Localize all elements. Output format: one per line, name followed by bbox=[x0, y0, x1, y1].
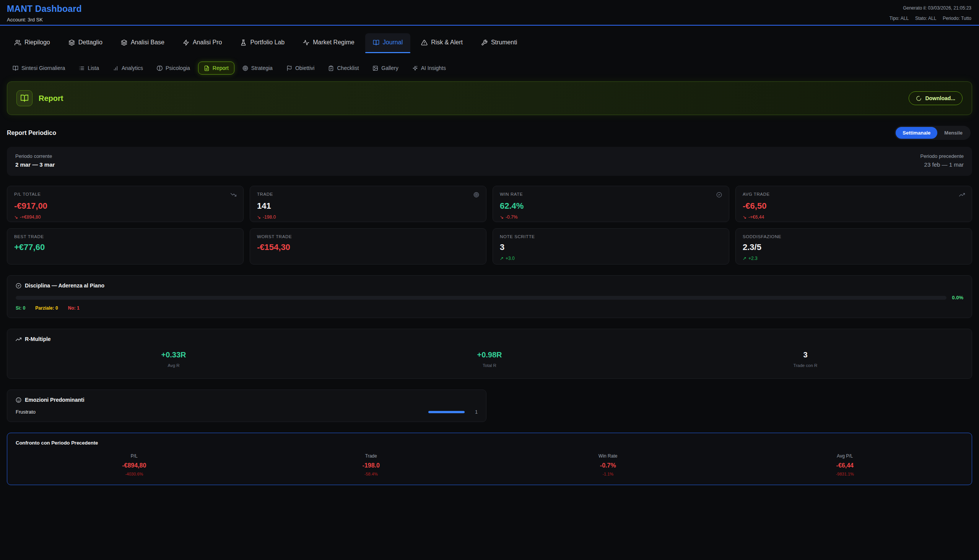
stat-card-win-rate: WIN RATE 62.4% ↘ -0.7% bbox=[492, 186, 729, 222]
r-value: 3 bbox=[647, 350, 963, 359]
stat-card-best-trade: BEST TRADE +€77,60 bbox=[7, 228, 243, 265]
app-header: MANT Dashboard Account: 3rd SK Generato … bbox=[0, 0, 979, 26]
bar-chart-icon bbox=[113, 65, 118, 71]
stat-card-soddisfazione: SODDISFAZIONE 2.3/5 ↗ +2.3 bbox=[736, 228, 972, 265]
subtab-label: Checklist bbox=[337, 65, 359, 71]
compare-value: -0.7% bbox=[489, 462, 727, 469]
stat-card-note-scritte: NOTE SCRITTE 3 ↗ +3.0 bbox=[492, 228, 729, 265]
compare-item-trade: Trade -198.0 -58.4% bbox=[253, 453, 490, 476]
subtab-psicologia[interactable]: Psicologia bbox=[151, 62, 196, 75]
subtab-checklist[interactable]: Checklist bbox=[322, 62, 364, 75]
toggle-mensile[interactable]: Mensile bbox=[937, 127, 969, 139]
subtab-analytics[interactable]: Analytics bbox=[107, 62, 149, 75]
r-multiple-title: R-Multiple bbox=[25, 336, 51, 342]
subtab-report[interactable]: Report bbox=[198, 62, 234, 75]
subtab-sintesi-giornaliera[interactable]: Sintesi Giornaliera bbox=[7, 62, 71, 75]
stat-value: 3 bbox=[500, 242, 722, 252]
subtab-label: Strategia bbox=[251, 65, 273, 71]
stat-delta: ↘ -0.7% bbox=[500, 215, 722, 220]
list-icon bbox=[79, 65, 85, 71]
filter-tipo: Tipo: ALL bbox=[889, 16, 909, 21]
compare-pct: -58.4% bbox=[253, 472, 490, 476]
trend-down-arrow-icon: ↘ bbox=[257, 215, 261, 220]
subtab-ai-insights[interactable]: AI Insights bbox=[407, 62, 452, 75]
tab-label: Journal bbox=[383, 39, 403, 46]
subtab-label: Lista bbox=[88, 65, 99, 71]
check-circle-icon bbox=[716, 192, 722, 198]
tab-risk-alert[interactable]: Risk & Alert bbox=[414, 33, 470, 52]
subtab-label: Sintesi Giornaliera bbox=[22, 65, 65, 71]
r-label: Total R bbox=[332, 363, 647, 368]
toggle-settimanale[interactable]: Settimanale bbox=[896, 127, 937, 139]
stat-card-pl-totale: P/L TOTALE -€917,00 ↘ -+€894,80 bbox=[7, 186, 243, 222]
tab-portfolio-lab[interactable]: Portfolio Lab bbox=[232, 33, 292, 52]
tab-journal[interactable]: Journal bbox=[365, 33, 410, 52]
subtab-lista[interactable]: Lista bbox=[73, 62, 105, 75]
emotions-panel: Emozioni Predominanti Frustrato 1 bbox=[7, 390, 487, 422]
sparkles-icon bbox=[412, 65, 418, 71]
r-label: Trade con R bbox=[647, 363, 963, 368]
wrench-icon bbox=[481, 39, 488, 46]
trend-down-arrow-icon: ↘ bbox=[743, 215, 747, 220]
stat-value: +€77,60 bbox=[14, 242, 236, 252]
banner-left: Report bbox=[17, 90, 63, 106]
tab-dettaglio[interactable]: Dettaglio bbox=[61, 33, 110, 52]
discipline-parziale: Parziale: 0 bbox=[35, 305, 58, 311]
tab-analisi-pro[interactable]: Analisi Pro bbox=[175, 33, 229, 52]
filter-summary: Tipo: ALL Stato: ALL Periodo: Tutto bbox=[884, 16, 971, 21]
stat-value: 141 bbox=[257, 201, 479, 211]
subtab-label: Psicologia bbox=[165, 65, 190, 71]
r-value: +0.33R bbox=[16, 350, 332, 359]
report-page: Report Download... Report Periodico Sett… bbox=[0, 78, 979, 485]
trending-up-icon bbox=[959, 192, 965, 198]
filter-periodo: Periodo: Tutto bbox=[943, 16, 971, 21]
clipboard-check-icon bbox=[328, 65, 334, 71]
compare-value: -198.0 bbox=[253, 462, 490, 469]
discipline-progress-row: 0.0% bbox=[16, 295, 963, 300]
tab-riepilogo[interactable]: Riepilogo bbox=[7, 33, 58, 52]
tab-analisi-base[interactable]: Analisi Base bbox=[113, 33, 172, 52]
brain-icon bbox=[157, 65, 163, 71]
download-button[interactable]: Download... bbox=[909, 92, 962, 105]
emotions-title-row: Emozioni Predominanti bbox=[16, 397, 478, 403]
compare-label: Trade bbox=[253, 453, 490, 459]
compare-label: Win Rate bbox=[489, 453, 727, 459]
subtab-label: Gallery bbox=[381, 65, 398, 71]
period-current-value: 2 mar — 3 mar bbox=[15, 161, 55, 168]
flag-icon bbox=[287, 65, 292, 71]
trend-down-arrow-icon: ↘ bbox=[14, 215, 18, 220]
trending-up-icon bbox=[16, 337, 22, 342]
tab-label: Analisi Pro bbox=[193, 39, 222, 46]
compare-label: P/L bbox=[16, 453, 253, 459]
image-icon bbox=[372, 65, 378, 71]
compare-item-pl: P/L -€894,80 -4030.6% bbox=[16, 453, 253, 476]
compare-item-win-rate: Win Rate -0.7% -1.1% bbox=[489, 453, 727, 476]
subtab-gallery[interactable]: Gallery bbox=[367, 62, 404, 75]
zap-icon bbox=[183, 39, 189, 46]
generated-timestamp: Generato il: 03/03/2026, 21:05:23 bbox=[884, 5, 971, 11]
stat-value: -€154,30 bbox=[257, 242, 479, 252]
emotion-bar bbox=[428, 411, 465, 413]
compare-grid: P/L -€894,80 -4030.6% Trade -198.0 -58.4… bbox=[16, 453, 963, 476]
stat-delta: ↘ -+€894,80 bbox=[14, 215, 236, 220]
compare-item-avg-pl: Avg P/L -€6,44 -9831.1% bbox=[727, 453, 964, 476]
stat-delta-value: -+€894,80 bbox=[20, 215, 40, 220]
period-toggle: Settimanale Mensile bbox=[894, 126, 971, 140]
report-banner: Report Download... bbox=[7, 82, 972, 115]
trending-down-icon bbox=[230, 192, 236, 198]
check-circle-icon bbox=[16, 283, 22, 288]
header-left: MANT Dashboard Account: 3rd SK bbox=[7, 4, 82, 23]
tab-strumenti[interactable]: Strumenti bbox=[474, 33, 525, 52]
discipline-stats: Sì: 0 Parziale: 0 No: 1 bbox=[16, 305, 963, 311]
tab-market-regime[interactable]: Market Regime bbox=[295, 33, 362, 52]
account-label: Account: 3rd SK bbox=[7, 17, 82, 23]
banner-title: Report bbox=[38, 94, 63, 103]
subtab-strategia[interactable]: Strategia bbox=[237, 62, 279, 75]
stat-delta-value: -0.7% bbox=[505, 215, 517, 220]
users-icon bbox=[15, 39, 21, 46]
stat-value: -€917,00 bbox=[14, 201, 236, 211]
tab-label: Strumenti bbox=[491, 39, 517, 46]
subtab-obiettivi[interactable]: Obiettivi bbox=[281, 62, 320, 75]
period-bar: Periodo corrente 2 mar — 3 mar Periodo p… bbox=[7, 147, 972, 176]
period-previous: Periodo precedente 23 feb — 1 mar bbox=[921, 153, 964, 168]
